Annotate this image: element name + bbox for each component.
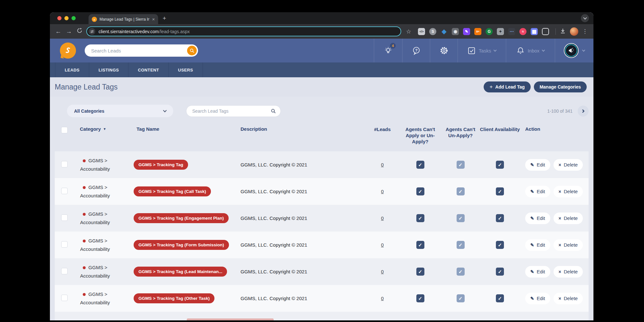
edit-button[interactable]: ✎ Edit bbox=[525, 239, 550, 251]
tab-search-button[interactable] bbox=[581, 14, 589, 22]
back-button[interactable]: ← bbox=[54, 28, 62, 35]
nav-item-content[interactable]: CONTENT bbox=[128, 62, 169, 77]
figure-extension-icon[interactable]: ✦ bbox=[497, 28, 504, 35]
nine-plus-extension-icon[interactable]: 9+ bbox=[474, 28, 481, 35]
edit-button[interactable]: ✎ Edit bbox=[525, 186, 550, 197]
client-availability-checkbox[interactable]: ✓ bbox=[496, 268, 504, 276]
maximize-window-button[interactable] bbox=[71, 16, 76, 20]
manage-categories-button[interactable]: Manage Categories bbox=[534, 81, 587, 92]
category-filter-select[interactable]: All Categories bbox=[67, 105, 173, 117]
minimize-window-button[interactable] bbox=[64, 16, 69, 20]
new-tab-button[interactable]: + bbox=[163, 15, 166, 22]
leads-count-link[interactable]: 0 bbox=[381, 189, 384, 194]
site-settings-icon[interactable] bbox=[89, 28, 95, 35]
edit-button[interactable]: ✎ Edit bbox=[525, 293, 550, 304]
tag-pill[interactable]: GGMS > Tracking Tag (Form Submission) bbox=[134, 240, 229, 250]
content-area: All Categories 1-100 of 341 Category ▼ T… bbox=[50, 97, 593, 320]
delete-button[interactable]: × Delete bbox=[554, 239, 583, 251]
category-line1: GGMS > bbox=[89, 238, 108, 243]
column-agents-cant-apply[interactable]: Agents Can't Apply or Un-Apply? bbox=[399, 126, 441, 145]
help-button[interactable]: ? bbox=[402, 39, 430, 62]
client-availability-checkbox[interactable]: ✓ bbox=[496, 187, 504, 195]
column-category[interactable]: Category ▼ bbox=[71, 126, 129, 132]
browser-tab[interactable]: s Manage Lead Tags | Sierra Int × bbox=[89, 14, 158, 24]
close-window-button[interactable] bbox=[57, 16, 62, 20]
agents-cant-apply-checkbox[interactable]: ✓ bbox=[416, 214, 424, 222]
row-select-checkbox[interactable] bbox=[61, 188, 68, 194]
column-description[interactable]: Description bbox=[240, 126, 365, 132]
agents-cant-apply-checkbox[interactable]: ✓ bbox=[416, 268, 424, 276]
column-client-availability[interactable]: Client Availability bbox=[480, 126, 520, 132]
select-all-checkbox[interactable] bbox=[61, 127, 68, 133]
tag-pill[interactable]: GGMS > Tracking Tag (Engagement Plan) bbox=[134, 213, 229, 223]
stripes-extension-icon[interactable]: ≈ bbox=[519, 28, 526, 35]
sierra-logo[interactable] bbox=[60, 43, 76, 59]
row-select-checkbox[interactable] bbox=[61, 268, 68, 274]
browser-menu-button[interactable]: ⋮ bbox=[582, 28, 588, 35]
next-page-button[interactable] bbox=[578, 106, 589, 117]
pen-extension-icon[interactable]: ✎ bbox=[463, 28, 470, 35]
column-leads[interactable]: #Leads bbox=[365, 126, 399, 132]
nav-item-label: LISTINGS bbox=[99, 68, 119, 72]
column-tag-name[interactable]: Tag Name bbox=[129, 126, 240, 132]
client-availability-checkbox[interactable]: ✓ bbox=[496, 214, 504, 222]
dots-extension-icon[interactable]: ⋯ bbox=[508, 28, 515, 35]
user-avatar[interactable] bbox=[564, 43, 579, 58]
tasks-menu[interactable]: Tasks bbox=[458, 39, 506, 62]
agents-cant-apply-checkbox[interactable]: ✓ bbox=[416, 241, 424, 249]
client-availability-checkbox[interactable]: ✓ bbox=[496, 294, 504, 302]
leads-count-link[interactable]: 0 bbox=[381, 296, 384, 301]
delete-button[interactable]: × Delete bbox=[554, 186, 583, 197]
search-leads-input[interactable] bbox=[91, 48, 187, 53]
column-agents-cant-unapply[interactable]: Agents Can't Un-Apply? bbox=[441, 126, 480, 138]
camera-extension-icon[interactable]: ◉ bbox=[452, 28, 459, 35]
agents-cant-apply-checkbox[interactable]: ✓ bbox=[416, 294, 424, 302]
grid-extension-icon[interactable]: ▦ bbox=[531, 28, 538, 35]
delete-button[interactable]: × Delete bbox=[554, 159, 583, 171]
delete-button[interactable]: × Delete bbox=[554, 213, 583, 224]
row-select-checkbox[interactable] bbox=[61, 214, 68, 221]
leads-count-link[interactable]: 0 bbox=[381, 215, 384, 221]
nav-item-users[interactable]: USERS bbox=[169, 62, 203, 77]
client-availability-checkbox[interactable]: ✓ bbox=[496, 241, 504, 249]
edit-button[interactable]: ✎ Edit bbox=[525, 266, 550, 278]
agents-cant-apply-checkbox[interactable]: ✓ bbox=[416, 187, 424, 195]
edit-button[interactable]: ✎ Edit bbox=[525, 213, 550, 224]
tag-pill[interactable]: GGMS > Tracking Tag (Other Task) bbox=[134, 293, 214, 303]
diamond-extension-icon[interactable]: ◆ bbox=[440, 28, 448, 35]
account-menu[interactable] bbox=[555, 39, 593, 62]
nav-item-leads[interactable]: LEADS bbox=[55, 62, 89, 77]
inbox-menu[interactable]: Inbox bbox=[506, 39, 555, 62]
code-extension-icon[interactable]: </> bbox=[418, 28, 425, 35]
tag-pill[interactable]: GGMS > Tracking Tag (Call Task) bbox=[134, 186, 211, 196]
tag-pill[interactable]: GGMS > Tracking Tag (Lead Maintenan... bbox=[134, 267, 227, 277]
s-extension-icon[interactable]: S bbox=[429, 28, 436, 35]
agents-cant-apply-checkbox[interactable]: ✓ bbox=[416, 161, 424, 169]
delete-button[interactable]: × Delete bbox=[554, 266, 583, 278]
row-select-checkbox[interactable] bbox=[61, 295, 68, 301]
forward-button[interactable]: → bbox=[65, 28, 73, 35]
settings-button[interactable] bbox=[430, 39, 458, 62]
browser-profile-avatar[interactable] bbox=[570, 27, 578, 36]
delete-button[interactable]: × Delete bbox=[554, 293, 583, 304]
downloads-button[interactable] bbox=[560, 28, 566, 35]
nav-item-listings[interactable]: LISTINGS bbox=[89, 62, 128, 77]
add-lead-tag-button[interactable]: + Add Lead Tag bbox=[484, 81, 530, 92]
reload-button[interactable] bbox=[76, 28, 83, 35]
address-bar[interactable]: client.sierrainteractivedev.com /lead-ta… bbox=[86, 26, 401, 36]
search-leads-button[interactable] bbox=[187, 46, 197, 55]
row-select-checkbox[interactable] bbox=[61, 161, 68, 167]
puzzle-extension-icon[interactable] bbox=[542, 28, 549, 35]
row-select-checkbox[interactable] bbox=[61, 241, 68, 248]
grammarly-extension-icon[interactable]: G bbox=[486, 28, 493, 35]
leads-count-link[interactable]: 0 bbox=[381, 269, 384, 274]
whats-new-button[interactable]: 4 bbox=[374, 39, 402, 62]
search-lead-tags-input[interactable] bbox=[192, 109, 271, 114]
tag-pill[interactable]: GGMS > Tracking Tag bbox=[134, 160, 188, 170]
leads-count-link[interactable]: 0 bbox=[381, 242, 384, 248]
edit-button[interactable]: ✎ Edit bbox=[525, 159, 550, 171]
bookmark-star-icon[interactable]: ☆ bbox=[406, 28, 411, 35]
tab-close-icon[interactable]: × bbox=[152, 17, 155, 22]
leads-count-link[interactable]: 0 bbox=[381, 162, 384, 167]
client-availability-checkbox[interactable]: ✓ bbox=[496, 161, 504, 169]
